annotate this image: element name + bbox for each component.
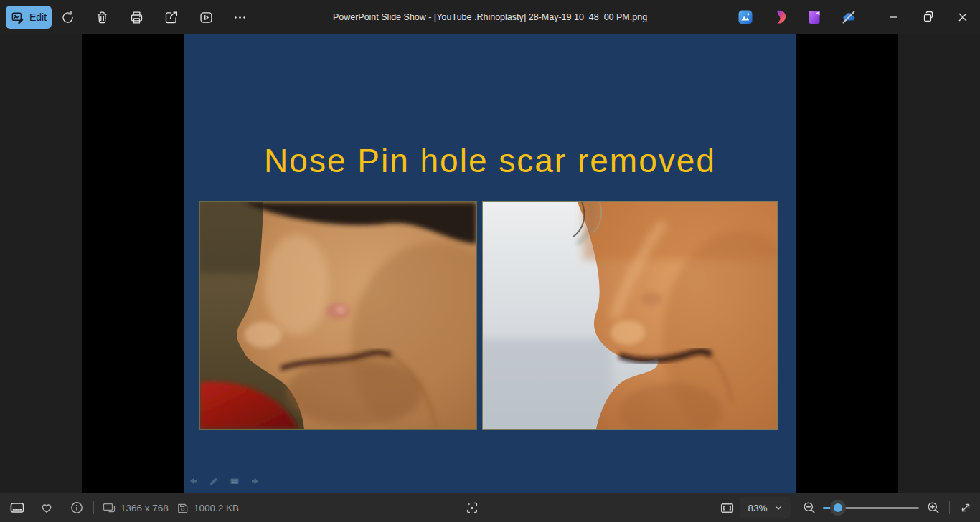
minimize-button[interactable] — [877, 0, 910, 34]
visual-search-button[interactable] — [459, 493, 485, 522]
titlebar-divider — [872, 10, 872, 24]
slideshow-icon — [199, 10, 214, 25]
image-dimensions: 1366 x 768 — [121, 493, 169, 522]
designer-button[interactable] — [770, 7, 790, 27]
delete-button[interactable] — [88, 3, 116, 32]
info-button[interactable] — [65, 493, 89, 522]
share-icon — [164, 10, 179, 25]
info-icon — [70, 500, 84, 515]
before-photo-art — [200, 202, 476, 429]
zoom-in-button[interactable] — [920, 493, 946, 522]
pen-button[interactable] — [207, 475, 220, 488]
ai-edit-button[interactable] — [735, 7, 755, 27]
zoom-slider[interactable] — [823, 493, 919, 522]
designer-icon — [771, 9, 788, 26]
dimensions-indicator — [101, 493, 117, 522]
titlebar: Edit — [0, 0, 980, 34]
slides-icon — [229, 475, 240, 487]
ai-edit-icon — [737, 9, 754, 26]
before-photo — [199, 201, 477, 430]
filmstrip-toggle-button[interactable] — [5, 493, 29, 522]
favorite-icon — [39, 500, 54, 515]
slide-title: Nose Pin hole scar removed — [184, 138, 796, 183]
fit-screen-icon — [720, 500, 735, 516]
zoom-slider-thumb[interactable] — [830, 500, 846, 516]
close-button[interactable] — [946, 0, 979, 34]
maximize-restore-button[interactable] — [911, 0, 945, 34]
previous-slide-button[interactable] — [187, 475, 199, 488]
slides-button[interactable] — [228, 475, 241, 488]
after-photo — [482, 201, 778, 430]
file-size: 1000.2 KB — [194, 493, 239, 522]
zoom-out-icon — [802, 500, 816, 515]
after-photo-art — [483, 202, 777, 429]
dimensions-icon — [102, 500, 116, 515]
filmstrip-icon — [9, 500, 25, 516]
minimize-icon — [885, 9, 903, 26]
fullscreen-button[interactable] — [953, 493, 979, 522]
more-button[interactable] — [225, 3, 254, 32]
photos-app-window: { "window": { "title": "PowerPoint Slide… — [0, 0, 980, 522]
statusbar-divider — [93, 501, 94, 514]
file-size-indicator — [174, 493, 190, 522]
zoom-out-button[interactable] — [796, 493, 822, 522]
more-icon — [232, 10, 248, 25]
rotate-icon — [60, 10, 75, 25]
powerpoint-slide: Nose Pin hole scar removed — [184, 34, 796, 493]
restore-icon — [920, 9, 937, 26]
statusbar-divider — [949, 501, 950, 514]
onedrive-slash-icon — [840, 9, 857, 26]
next-slide-icon — [250, 475, 261, 487]
print-icon — [129, 10, 144, 25]
slideshow-controls — [187, 475, 262, 488]
faded-scar-mark — [641, 292, 662, 306]
clipchamp-button[interactable] — [804, 7, 824, 27]
viewer-canvas: Nose Pin hole scar removed — [0, 34, 980, 493]
onedrive-button[interactable] — [839, 7, 859, 27]
next-slide-button[interactable] — [249, 475, 262, 488]
pen-icon — [208, 475, 220, 487]
zoom-level-dropdown[interactable]: 83% — [740, 497, 791, 518]
slideshow-button[interactable] — [192, 3, 220, 32]
delete-icon — [95, 10, 110, 25]
print-button[interactable] — [122, 3, 151, 32]
zoom-in-icon — [926, 500, 941, 515]
edit-button[interactable]: Edit — [6, 6, 52, 29]
save-icon — [176, 501, 189, 515]
visual-search-icon — [465, 500, 479, 515]
edit-icon — [11, 11, 24, 24]
fit-screen-button[interactable] — [714, 493, 740, 522]
displayed-image[interactable]: Nose Pin hole scar removed — [82, 34, 898, 493]
statusbar: 1366 x 768 1000.2 KB 83% — [0, 493, 980, 522]
clipchamp-icon — [806, 9, 823, 26]
previous-slide-icon — [187, 475, 199, 487]
favorite-button[interactable] — [34, 493, 59, 522]
fullscreen-icon — [958, 500, 973, 515]
zoom-level-value: 83% — [748, 503, 767, 513]
chevron-down-icon — [774, 503, 783, 512]
share-button[interactable] — [156, 3, 185, 32]
edit-button-label: Edit — [29, 11, 47, 23]
close-icon — [954, 9, 971, 26]
rotate-button[interactable] — [53, 3, 82, 32]
